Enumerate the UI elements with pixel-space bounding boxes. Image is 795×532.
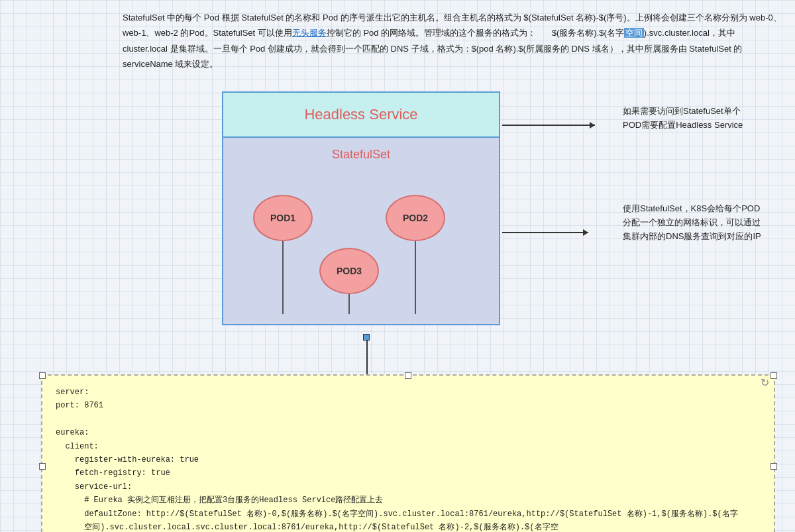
annotation-headless: 如果需要访问到StatefuSet单个POD需要配置Headless Servi…: [623, 105, 755, 133]
main-content: StatefulSet 中的每个 Pod 根据 StatefulSet 的名称和…: [0, 0, 795, 532]
statefulset-box: StatefulSet POD1 POD2 POD3: [223, 138, 499, 324]
code-line-8: service-url:: [56, 480, 761, 494]
arrow-line-statefulset: [502, 232, 588, 233]
handle-mr[interactable]: [770, 463, 777, 470]
handle-tl[interactable]: [39, 372, 46, 379]
code-line-10: defaultZone: http://$(StatefulSet 名称)-0,…: [56, 507, 761, 521]
pod3-circle: POD3: [319, 248, 379, 294]
pods-area: POD1 POD2 POD3: [233, 182, 489, 314]
code-line-3: [56, 413, 761, 426]
pod2-circle: POD2: [386, 195, 445, 241]
statefulset-title: StatefulSet: [233, 148, 489, 162]
code-box: server: port: 8761 eureka: client: regis…: [41, 374, 775, 532]
code-line-4: eureka:: [56, 426, 761, 439]
handle-tm[interactable]: [405, 372, 411, 379]
code-line-7: fetch-registry: true: [56, 466, 761, 480]
annotation-statefulset: 使用StatefulSet，K8S会给每个POD分配一个独立的网络标识，可以通过…: [623, 202, 762, 243]
headless-service-header: Headless Service: [223, 93, 499, 138]
highlight-space: 空间: [624, 28, 644, 38]
code-line-9: # Eureka 实例之间互相注册，把配置3台服务的Headless Servi…: [56, 494, 761, 507]
pod1-circle: POD1: [253, 195, 313, 241]
top-paragraph: StatefulSet 中的每个 Pod 根据 StatefulSet 的名称和…: [123, 10, 782, 72]
diagram-container: Headless Service StatefulSet POD1 POD2: [222, 91, 507, 325]
headless-service-box: Headless Service StatefulSet POD1 POD2: [222, 91, 500, 325]
code-line-11: 空间).svc.cluster.local.svc.cluster.local:…: [56, 521, 761, 532]
handle-ml[interactable]: [39, 463, 46, 470]
code-line-1: server:: [56, 386, 761, 399]
code-line-5: client:: [56, 440, 761, 453]
vertical-connector: [366, 336, 368, 379]
arrow-line-headless: [502, 125, 595, 126]
connector-dot: [363, 334, 370, 341]
code-line-6: register-with-eureka: true: [56, 453, 761, 466]
refresh-icon: ↻: [761, 376, 774, 390]
headless-service-title: Headless Service: [304, 106, 417, 123]
code-line-2: port: 8761: [56, 399, 761, 412]
